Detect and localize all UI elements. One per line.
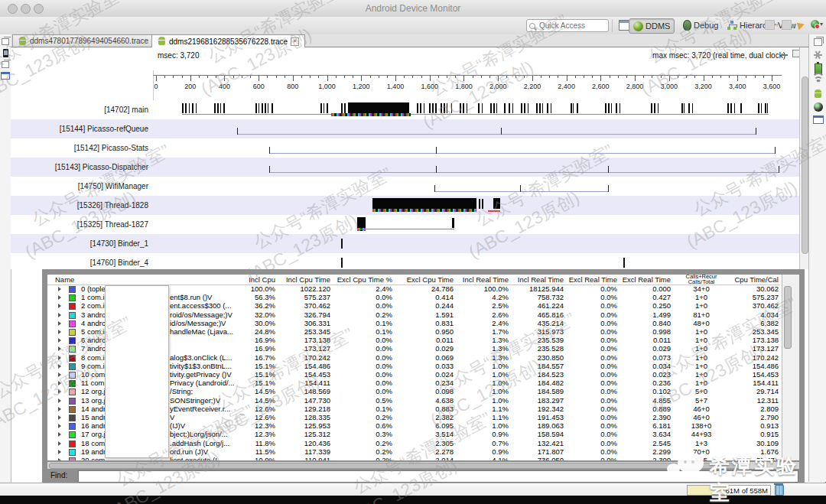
tree-expand-icon[interactable] xyxy=(58,458,61,460)
tree-expand-icon[interactable] xyxy=(58,450,61,454)
ruler-tick xyxy=(532,76,533,81)
console-view-icon[interactable] xyxy=(1,72,10,80)
tree-expand-icon[interactable] xyxy=(58,407,61,411)
close-tab-icon[interactable]: ✕ xyxy=(291,37,299,46)
trace-lane xyxy=(11,177,799,196)
screen-capture-icon[interactable] xyxy=(813,115,824,124)
restore-view-icon[interactable] xyxy=(814,38,822,46)
column-header[interactable]: Excl Real Time xyxy=(619,275,671,285)
tree-expand-icon[interactable] xyxy=(58,389,61,394)
method-name-left: 10 com xyxy=(81,370,105,379)
perspective-debug-button[interactable]: Debug xyxy=(679,18,722,32)
tree-expand-icon[interactable] xyxy=(58,321,61,326)
ruler-tick xyxy=(515,76,516,78)
tree-expand-icon[interactable] xyxy=(58,424,61,428)
tree-expand-icon[interactable] xyxy=(58,441,61,446)
maximize-view-icon[interactable] xyxy=(792,50,799,57)
tree-expand-icon[interactable] xyxy=(58,381,61,385)
column-header[interactable]: Excl Cpu Time xyxy=(394,275,454,285)
tree-expand-icon[interactable] xyxy=(58,432,61,437)
debug-label: Debug xyxy=(694,21,718,30)
tree-expand-icon[interactable] xyxy=(58,398,61,403)
cell: 1.591 xyxy=(394,311,454,319)
cell: 15.1% xyxy=(237,362,275,370)
column-header[interactable]: Incl Cpu Time xyxy=(277,275,330,285)
cell: 0.023 xyxy=(619,370,671,379)
table-header[interactable]: NameIncl Cpu Time %Incl Cpu TimeExcl Cpu… xyxy=(47,275,780,285)
cell: 184.589 xyxy=(510,387,564,395)
tab-trace-1[interactable]: ddms4780177896494054660.trace xyxy=(12,34,154,47)
cell: 0.2% xyxy=(332,311,392,319)
scrollbar-thumb[interactable] xyxy=(784,286,792,349)
cell: 0.2% xyxy=(332,439,392,447)
thread-row[interactable]: [15325] Thread-1827 xyxy=(11,215,799,234)
cell: 1.3% xyxy=(455,344,509,353)
device-view-icon[interactable] xyxy=(3,49,8,57)
minimize-view-icon[interactable] xyxy=(782,50,789,56)
threads-view-icon[interactable] xyxy=(813,50,823,60)
title-bar: Android Device Monitor xyxy=(0,0,826,18)
column-header[interactable]: Incl Real Time xyxy=(510,275,564,285)
thread-row[interactable]: [15144] Picasso-refQueue xyxy=(11,119,799,138)
tree-expand-icon[interactable] xyxy=(58,338,61,343)
disabled-tool-dropdown-2[interactable]: ▾ xyxy=(782,20,795,30)
network-stats-icon[interactable] xyxy=(813,78,823,86)
table-horizontal-scrollbar[interactable] xyxy=(47,462,799,469)
scrollbar-thumb[interactable] xyxy=(49,463,743,469)
tree-expand-icon[interactable] xyxy=(58,356,61,360)
thread-row[interactable]: [14760] Binder_4 xyxy=(11,253,799,269)
cell: 0.0% xyxy=(565,379,617,387)
column-header[interactable]: Name xyxy=(55,275,74,285)
quick-access-input[interactable] xyxy=(538,21,602,31)
method-color-swatch xyxy=(69,355,76,362)
tab-trace-2[interactable]: ddms2196816288535676228.trace ✕ xyxy=(151,34,305,47)
cell: 0.0% xyxy=(332,370,392,379)
quick-access-box[interactable] xyxy=(526,19,609,32)
column-header[interactable]: Incl Real Time % xyxy=(455,275,509,285)
tree-expand-icon[interactable] xyxy=(58,415,61,420)
column-header[interactable]: Excl Cpu Time % xyxy=(332,275,392,285)
thread-row[interactable]: [15142] Picasso-Stats xyxy=(11,138,799,158)
cell: 173.138 xyxy=(277,336,330,344)
window-view-icon[interactable] xyxy=(2,61,9,68)
thread-row[interactable]: [14702] main xyxy=(11,100,799,119)
scrollbar-thumb[interactable] xyxy=(802,76,808,254)
method-name-left: 13 org.j xyxy=(81,396,106,405)
method-name-left: 11 com xyxy=(81,379,104,387)
status-ball-dropdown[interactable]: ▾ xyxy=(811,20,823,28)
ruler-tick xyxy=(438,76,439,78)
cell: 0.0% xyxy=(332,387,392,395)
tree-expand-icon[interactable] xyxy=(58,304,61,308)
restore-view-icon[interactable] xyxy=(2,38,9,45)
find-input[interactable] xyxy=(78,470,798,483)
column-header[interactable]: Incl Cpu Time % xyxy=(237,275,275,285)
tree-expand-icon[interactable] xyxy=(58,346,61,351)
perspective-ddms-button[interactable]: DDMS xyxy=(629,18,675,34)
thread-row[interactable]: [15326] Thread-1828 xyxy=(11,196,799,215)
emulator-control-icon[interactable] xyxy=(814,89,822,99)
table-vertical-scrollbar[interactable] xyxy=(782,275,799,460)
allocation-tracker-icon[interactable] xyxy=(814,102,823,112)
thread-row[interactable]: [14750] WifiManager xyxy=(11,177,799,196)
cell: 16.7% xyxy=(237,353,275,362)
ruler-tick xyxy=(584,76,584,78)
tree-expand-icon[interactable] xyxy=(58,313,61,317)
cell: 184.523 xyxy=(510,370,564,379)
column-header[interactable]: Cpu Time/Cal xyxy=(730,275,779,285)
tree-expand-icon[interactable] xyxy=(58,364,61,369)
disabled-tool-dropdown-1[interactable]: ▾ xyxy=(765,20,779,30)
import-arrow-icon[interactable] xyxy=(797,21,806,30)
trace-lane xyxy=(11,234,799,253)
cell: 575.237 xyxy=(277,293,330,301)
garbage-collect-icon[interactable] xyxy=(775,485,784,496)
tree-expand-icon[interactable] xyxy=(58,372,61,377)
tree-expand-icon[interactable] xyxy=(58,295,61,300)
cell: 125.312 xyxy=(277,430,330,438)
tree-expand-icon[interactable] xyxy=(58,287,61,291)
trace-timeline-panel[interactable]: msec: 3,720 max msec: 3,720 (real time, … xyxy=(11,47,799,269)
tree-expand-icon[interactable] xyxy=(58,330,61,334)
column-header[interactable]: Calls+Recur Calls/Total xyxy=(672,275,730,285)
thread-row[interactable]: [14730] Binder_1 xyxy=(11,234,799,253)
column-header[interactable]: Excl Real Time % xyxy=(565,275,617,285)
thread-row[interactable]: [15143] Picasso-Dispatcher xyxy=(11,158,799,177)
